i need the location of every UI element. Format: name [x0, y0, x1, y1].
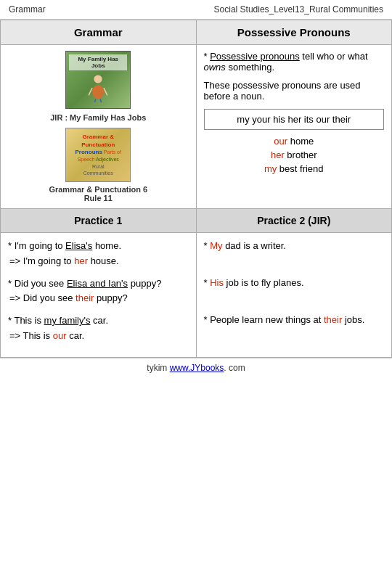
top-bar-left: Grammar	[9, 4, 46, 15]
practice1-item1: * I'm going to Elisa's home. => I'm goin…	[8, 239, 189, 269]
pronouns-header: Possessive Pronouns	[196, 20, 392, 45]
example1: our home	[204, 136, 385, 147]
svg-line-4	[94, 99, 96, 102]
grammar-header: Grammar	[1, 20, 197, 45]
practice2-item3: * People learn new things at their jobs.	[204, 313, 385, 328]
book1-caption: JIR : My Family Has Jobs	[8, 113, 189, 122]
practice1-item1-arrow: => I'm going to her house.	[8, 254, 189, 269]
top-bar-right: Social Studies_Level13_Rural Communities	[214, 4, 383, 15]
owns-italic: owns	[204, 62, 226, 73]
practice1-item3: * This is my family's car. => This is ou…	[8, 313, 189, 344]
practice1-item3-arrow: => This is our car.	[8, 329, 189, 344]
book2-caption: Grammar & Punctuation 6 Rule 11	[8, 185, 189, 202]
header-row: Grammar Possessive Pronouns	[1, 20, 392, 45]
pronoun-intro1: * Possessive pronouns tell who or what o…	[204, 51, 385, 73]
practice2-cell: * My dad is a writer. * His job is to fl…	[196, 233, 392, 358]
practice1-cell: * I'm going to Elisa's home. => I'm goin…	[1, 233, 197, 358]
pronouns-box: my your his her its our their	[204, 109, 385, 130]
practice1-item3-line1: * This is my family's car.	[8, 313, 189, 329]
pronouns-cell: * Possessive pronouns tell who or what o…	[196, 45, 392, 209]
svg-line-2	[89, 88, 92, 95]
practice1-item2-line1: * Did you see Elisa and Ian's puppy?	[8, 276, 189, 292]
practice2-item1: * My dad is a writer.	[204, 239, 385, 254]
practice-header-row: Practice 1 Practice 2 (JIR)	[1, 209, 392, 233]
practice1-item2-arrow: => Did you see their puppy?	[8, 291, 189, 306]
content-row: My Family Has Jobs JIR : My Family Has J	[1, 45, 392, 209]
practice2-header: Practice 2 (JIR)	[196, 209, 392, 233]
book1-image: My Family Has Jobs	[65, 51, 131, 109]
practice1-item1-line1: * I'm going to Elisa's home.	[8, 239, 189, 254]
book2-image: Grammar & Punctuation Pronouns Parts of …	[65, 128, 131, 182]
footer: tykim www.JYbooks. com	[0, 358, 392, 377]
example3: my best friend	[204, 163, 385, 174]
possessive-pronouns-link: Possessive pronouns	[210, 51, 300, 62]
grammar-left-cell: My Family Has Jobs JIR : My Family Has J	[1, 45, 197, 209]
example2: her brother	[204, 149, 385, 160]
top-bar: Grammar Social Studies_Level13_Rural Com…	[0, 0, 392, 20]
svg-line-3	[104, 88, 107, 95]
svg-line-5	[100, 99, 102, 102]
svg-point-0	[94, 75, 102, 83]
svg-point-1	[92, 85, 104, 99]
practice1-header: Practice 1	[1, 209, 197, 233]
pronoun-intro2: These possessive pronouns are used befor…	[204, 80, 385, 102]
practice2-item2: * His job is to fly planes.	[204, 276, 385, 291]
footer-link[interactable]: www.JYbooks	[170, 363, 224, 373]
main-content-table: Grammar Possessive Pronouns My Family Ha…	[0, 20, 392, 358]
practice-content-row: * I'm going to Elisa's home. => I'm goin…	[1, 233, 392, 358]
practice1-item2: * Did you see Elisa and Ian's puppy? => …	[8, 276, 189, 307]
